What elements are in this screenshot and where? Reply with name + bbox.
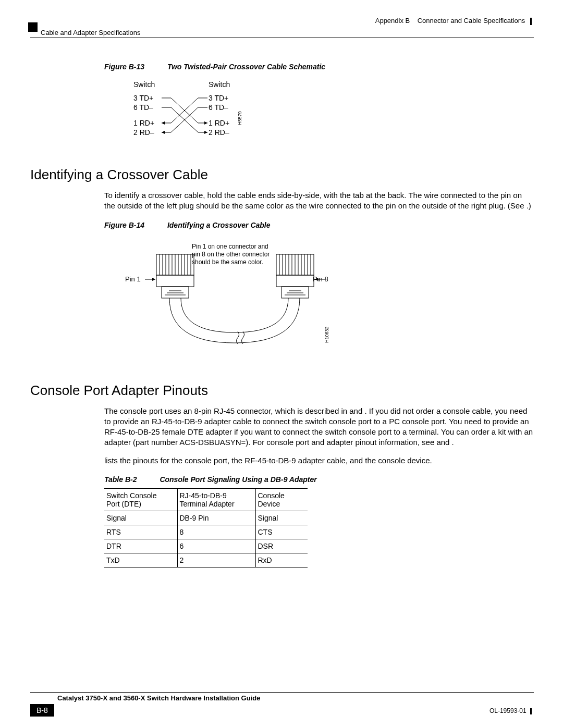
cell: RxD [255, 553, 308, 567]
section-crossover-para: To identify a crossover cable, hold the … [104, 190, 534, 212]
fig14-pin8-label: Pin 8 [313, 275, 328, 283]
cell: DTR [104, 539, 177, 553]
sub1: Signal [104, 511, 177, 525]
figure-b14-number: Figure B-14 [104, 221, 144, 229]
fig13-ref: H5579 [237, 111, 242, 125]
table-b2-number: Table B-2 [104, 475, 137, 484]
appendix-label: Appendix B [375, 17, 410, 24]
cell: 2 [177, 553, 255, 567]
cell: 8 [177, 525, 255, 539]
header-right: Appendix B Connector and Cable Specifica… [375, 17, 532, 25]
section-console-para1: The console port uses an 8-pin RJ-45 con… [104, 406, 534, 448]
fig14-note-l3: should be the same color. [192, 258, 270, 266]
fig14-ref: H10632 [324, 326, 329, 343]
cell: RTS [104, 525, 177, 539]
section-heading-console: Console Port Adapter Pinouts [30, 382, 534, 399]
section-crumb: Cable and Adapter Specifications [41, 29, 141, 36]
th1b: Port (DTE) [106, 500, 172, 508]
figure-b13-caption: Figure B-13 Two Twisted-Pair Crossover C… [104, 63, 534, 71]
doc-number: OL-19593-01 [489, 707, 532, 714]
table-row: TxD 2 RxD [104, 553, 308, 567]
doc-number-text: OL-19593-01 [489, 707, 527, 714]
table-b2: Switch Console Port (DTE) RJ-45-to-DB-9 … [104, 488, 308, 567]
table-row: DTR 6 DSR [104, 539, 308, 553]
header-left: Cable and Adapter Specifications [41, 29, 141, 36]
fig13-l3: 2 RD– [133, 128, 154, 137]
figure-b14-caption: Figure B-14 Identifying a Crossover Cabl… [104, 221, 534, 229]
fig13-r1: 6 TD– [209, 103, 228, 112]
section-heading-crossover: Identifying a Crossover Cable [30, 167, 534, 183]
cell: CTS [255, 525, 308, 539]
figure-b14-title: Identifying a Crossover Cable [167, 221, 271, 229]
th2b: Terminal Adapter [180, 500, 250, 508]
header-rule [30, 38, 534, 38]
header-bar-icon [530, 18, 532, 25]
fig14-note-l2: pin 8 on the other connector [192, 251, 270, 258]
th1a: Switch Console [106, 491, 172, 500]
cell: 6 [177, 539, 255, 553]
svg-rect-25 [162, 287, 189, 298]
page-number: B-8 [30, 704, 54, 717]
figure-b13-number: Figure B-13 [104, 63, 144, 71]
th3a: Console [258, 491, 303, 500]
crossover-lines-icon [162, 94, 209, 141]
fig13-r0: 3 TD+ [209, 94, 228, 102]
fig13-left-header: Switch [133, 80, 155, 89]
fig14-note: Pin 1 on one connector and pin 8 on the … [192, 243, 270, 266]
section-console-para2: lists the pinouts for the console port, … [104, 455, 534, 466]
th3b: Device [258, 500, 303, 508]
sub3: Signal [255, 511, 308, 525]
figure-b13-title: Two Twisted-Pair Crossover Cable Schemat… [167, 63, 325, 71]
th-col3: Console Device [255, 488, 308, 511]
th-col2: RJ-45-to-DB-9 Terminal Adapter [177, 488, 255, 511]
footer-guide-title: Catalyst 3750-X and 3560-X Switch Hardwa… [57, 694, 260, 702]
th-col1: Switch Console Port (DTE) [104, 488, 177, 511]
fig13-l1: 6 TD– [133, 103, 153, 112]
table-b2-title: Console Port Signaling Using a DB-9 Adap… [160, 475, 316, 484]
fig13-r3: 2 RD– [209, 128, 229, 137]
cell: TxD [104, 553, 177, 567]
fig13-l2: 1 RD+ [133, 119, 154, 127]
fig13-r2: 1 RD+ [209, 119, 229, 127]
square-icon [28, 22, 38, 32]
cell: DSR [255, 539, 308, 553]
page-content: Figure B-13 Two Twisted-Pair Crossover C… [30, 63, 534, 567]
fig14-note-l1: Pin 1 on one connector and [192, 243, 270, 251]
footer-bar-icon [530, 708, 532, 714]
fig13-l0: 3 TD+ [133, 94, 153, 102]
table-row: RTS 8 CTS [104, 525, 308, 539]
svg-rect-24 [156, 275, 194, 287]
th2a: RJ-45-to-DB-9 [180, 491, 250, 500]
footer-rule [30, 692, 534, 693]
fig13-right-header: Switch [209, 80, 230, 89]
figure-b13-diagram: Switch Switch 3 TD+ 6 TD– 1 RD+ 2 RD– 3 … [104, 80, 534, 148]
appendix-title: Connector and Cable Specifications [418, 17, 525, 24]
fig14-pin1-label: Pin 1 [125, 275, 141, 283]
table-b2-caption: Table B-2 Console Port Signaling Using a… [104, 475, 534, 484]
svg-rect-41 [276, 275, 314, 287]
sub2: DB-9 Pin [177, 511, 255, 525]
figure-b14-diagram: Pin 1 Pin 8 Pin 1 on one connector and p… [104, 239, 534, 364]
svg-rect-42 [282, 287, 309, 298]
